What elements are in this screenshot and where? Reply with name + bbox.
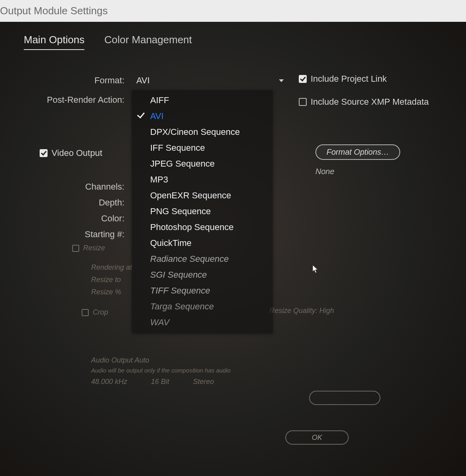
format-option-photoshop[interactable]: Photoshop Sequence bbox=[132, 219, 273, 235]
checkbox-icon bbox=[82, 309, 89, 316]
label-include-xmp: Include Source XMP Metadata bbox=[311, 97, 429, 107]
label-post-render: Post-Render Action: bbox=[24, 95, 131, 105]
checkbox-video-output[interactable]: Video Output bbox=[24, 130, 131, 176]
format-option-aiff[interactable]: AIFF bbox=[132, 92, 273, 108]
mouse-cursor-icon bbox=[312, 265, 319, 274]
checkbox-include-project-link[interactable]: Include Project Link bbox=[299, 74, 446, 84]
checkbox-include-xmp[interactable]: Include Source XMP Metadata bbox=[299, 97, 446, 107]
codec-value-none: None bbox=[315, 167, 334, 176]
format-select-value: AVI bbox=[136, 75, 150, 86]
window-title: Output Module Settings bbox=[0, 5, 108, 17]
format-dropdown[interactable]: AIFF AVI DPX/Cineon Sequence IFF Sequenc… bbox=[132, 90, 273, 333]
audio-channels[interactable]: Stereo bbox=[193, 378, 214, 386]
label-video-output: Video Output bbox=[52, 148, 102, 158]
tab-main-options[interactable]: Main Options bbox=[24, 34, 84, 50]
label-resize: Resize bbox=[83, 244, 105, 252]
label-audio-output: Audio Output Auto bbox=[91, 356, 440, 365]
format-option-radiance[interactable]: Radiance Sequence bbox=[132, 251, 273, 267]
format-option-avi[interactable]: AVI bbox=[132, 108, 273, 124]
label-channels: Channels: bbox=[24, 182, 131, 192]
tab-color-management[interactable]: Color Management bbox=[104, 34, 192, 50]
label-depth: Depth: bbox=[24, 198, 131, 208]
dialog-body: Main Options Color Management Format: AV… bbox=[0, 22, 466, 476]
format-option-wav[interactable]: WAV bbox=[132, 315, 273, 330]
format-options-button[interactable]: Format Options… bbox=[315, 144, 400, 160]
label-audio-hint: Audio will be output only if the composi… bbox=[91, 367, 440, 374]
format-select[interactable]: AVI bbox=[131, 74, 289, 87]
label-crop: Crop bbox=[93, 308, 108, 317]
label-color: Color: bbox=[24, 213, 131, 224]
checkmark-icon bbox=[299, 75, 307, 83]
audio-bit[interactable]: 16 Bit bbox=[151, 378, 169, 386]
checkbox-icon bbox=[299, 98, 307, 106]
format-option-openexr[interactable]: OpenEXR Sequence bbox=[132, 188, 273, 203]
format-option-dpx[interactable]: DPX/Cineon Sequence bbox=[132, 124, 273, 140]
chevron-down-icon bbox=[279, 79, 284, 82]
format-option-sgi[interactable]: SGI Sequence bbox=[132, 267, 273, 283]
audio-rate[interactable]: 48.000 kHz bbox=[91, 378, 127, 386]
ghost-button-1[interactable] bbox=[309, 391, 380, 405]
format-option-targa[interactable]: Targa Sequence bbox=[132, 299, 273, 315]
label-include-project-link: Include Project Link bbox=[311, 74, 387, 84]
format-option-quicktime[interactable]: QuickTime bbox=[132, 235, 273, 251]
label-format: Format: bbox=[24, 75, 131, 86]
label-resize-quality: Resize Quality: High bbox=[269, 307, 334, 315]
checkbox-icon bbox=[72, 245, 79, 252]
tab-bar: Main Options Color Management bbox=[24, 34, 446, 50]
ok-button[interactable]: OK bbox=[285, 430, 349, 445]
label-starting: Starting #: bbox=[24, 229, 131, 240]
format-option-jpeg[interactable]: JPEG Sequence bbox=[132, 156, 273, 172]
format-option-mp3[interactable]: MP3 bbox=[132, 172, 273, 188]
checkmark-icon bbox=[40, 149, 48, 157]
format-option-tiff[interactable]: TIFF Sequence bbox=[132, 283, 273, 299]
format-option-iff[interactable]: IFF Sequence bbox=[132, 140, 273, 156]
window-titlebar: Output Module Settings bbox=[0, 0, 466, 22]
format-option-png[interactable]: PNG Sequence bbox=[132, 203, 273, 219]
